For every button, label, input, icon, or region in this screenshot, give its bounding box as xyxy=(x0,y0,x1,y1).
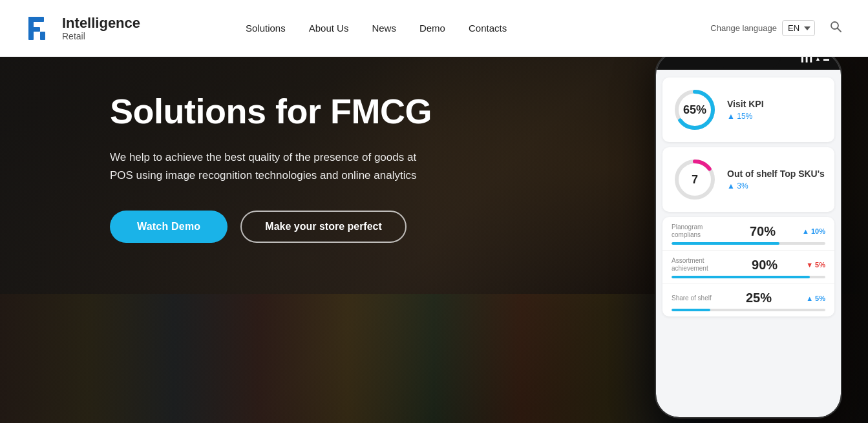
share-of-shelf-label: Share of shelf xyxy=(672,294,712,302)
hero-section: Solutions for FMCG We help to achieve th… xyxy=(0,57,868,423)
assortment-value: 90% xyxy=(752,258,778,273)
planogram-bar-fill xyxy=(672,242,779,245)
share-of-shelf-bar xyxy=(672,309,825,311)
out-of-shelf-value: 7 xyxy=(692,173,698,187)
language-selector-area: Change language EN RU DE xyxy=(710,20,842,36)
share-of-shelf-row-top: Share of shelf 25% 5% xyxy=(672,291,825,305)
svg-rect-3 xyxy=(40,32,45,40)
main-nav: Solutions About Us News Demo Contacts xyxy=(246,23,710,34)
logo[interactable]: Intelligence Retail xyxy=(26,14,168,43)
assortment-row: Assortment achievement 90% 5% xyxy=(662,251,834,284)
signal-icon: ▐▐▐ xyxy=(799,57,812,62)
planogram-label: Planogram complians xyxy=(672,223,723,239)
planogram-row: Planogram complians 70% 10% xyxy=(662,217,834,251)
nav-contacts[interactable]: Contacts xyxy=(469,23,507,34)
out-of-shelf-circle: 7 xyxy=(672,156,718,203)
out-of-shelf-label: Out of shelf Top SKU's xyxy=(727,169,825,180)
phone-notch xyxy=(716,57,781,68)
visit-kpi-change: 15% xyxy=(727,112,825,121)
planogram-change: 10% xyxy=(802,227,825,235)
stat-rows-container: Planogram complians 70% 10% Assortment a… xyxy=(662,217,834,316)
out-of-shelf-change: 3% xyxy=(727,181,825,191)
share-of-shelf-bar-fill xyxy=(672,309,710,311)
assortment-bar xyxy=(672,276,825,278)
make-store-perfect-button[interactable]: Make your store perfect xyxy=(240,211,407,243)
svg-rect-2 xyxy=(28,27,40,32)
svg-line-5 xyxy=(838,28,842,32)
assortment-change: 5% xyxy=(806,261,825,269)
phone-status-bar: ▐▐▐ ▲ ▬ xyxy=(799,57,829,62)
visit-kpi-info: Visit KPI 15% xyxy=(727,99,825,121)
planogram-row-top: Planogram complians 70% 10% xyxy=(672,223,825,239)
assortment-row-top: Assortment achievement 90% 5% xyxy=(672,257,825,273)
phone-outer: ▐▐▐ ▲ ▬ 65% xyxy=(655,57,842,418)
logo-subtitle: Retail xyxy=(62,31,140,41)
share-of-shelf-change: 5% xyxy=(806,294,825,302)
planogram-bar xyxy=(672,242,825,245)
out-of-shelf-card: 7 Out of shelf Top SKU's 3% xyxy=(662,147,834,212)
assortment-label: Assortment achievement xyxy=(672,257,723,273)
hero-title: Solutions for FMCG xyxy=(110,92,439,130)
nav-about[interactable]: About Us xyxy=(309,23,349,34)
nav-solutions[interactable]: Solutions xyxy=(246,23,286,34)
nav-news[interactable]: News xyxy=(372,23,396,34)
visit-kpi-card: 65% Visit KPI 15% xyxy=(662,77,834,142)
planogram-value: 70% xyxy=(750,224,776,239)
logo-title: Intelligence xyxy=(62,15,140,31)
hero-description: We help to achieve the best quality of t… xyxy=(110,149,439,185)
hero-content: Solutions for FMCG We help to achieve th… xyxy=(0,57,478,243)
logo-icon xyxy=(26,14,54,43)
visit-kpi-circle: 65% xyxy=(672,87,718,133)
battery-icon: ▬ xyxy=(823,57,829,62)
search-button[interactable] xyxy=(829,20,842,36)
search-icon xyxy=(829,20,842,33)
wifi-icon: ▲ xyxy=(815,57,821,62)
visit-kpi-label: Visit KPI xyxy=(727,99,825,110)
svg-rect-1 xyxy=(28,17,44,22)
watch-demo-button[interactable]: Watch Demo xyxy=(110,211,228,243)
share-of-shelf-value: 25% xyxy=(746,291,772,305)
lang-label: Change language xyxy=(710,23,777,33)
lang-select[interactable]: EN RU DE xyxy=(782,20,815,36)
phone-mockup: ▐▐▐ ▲ ▬ 65% xyxy=(655,57,849,423)
header: Intelligence Retail Solutions About Us N… xyxy=(0,0,868,57)
visit-kpi-value: 65% xyxy=(683,103,706,117)
logo-text: Intelligence Retail xyxy=(62,15,140,41)
phone-screen: 65% Visit KPI 15% 7 xyxy=(656,70,841,417)
nav-demo[interactable]: Demo xyxy=(419,23,445,34)
share-of-shelf-row: Share of shelf 25% 5% xyxy=(662,284,834,316)
out-of-shelf-info: Out of shelf Top SKU's 3% xyxy=(727,169,825,191)
hero-buttons: Watch Demo Make your store perfect xyxy=(110,211,439,243)
assortment-bar-fill xyxy=(672,276,810,278)
